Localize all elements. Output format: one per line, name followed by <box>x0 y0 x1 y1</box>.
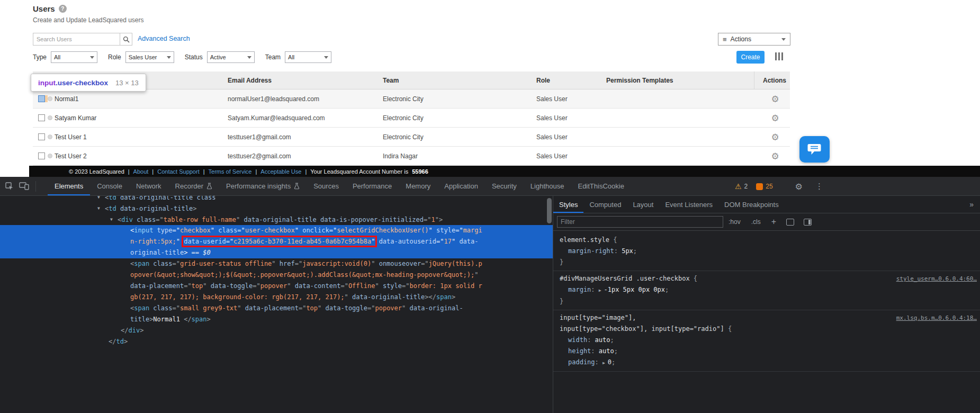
toggle-element-state-button[interactable]: :hov <box>723 218 746 226</box>
dom-node-line[interactable]: ▼<td data-original-title> <box>0 203 553 214</box>
filter-role-select[interactable]: Sales User <box>125 51 174 63</box>
devtools-tab-sources[interactable]: Sources <box>307 177 346 195</box>
user-checkbox[interactable] <box>38 95 45 102</box>
new-style-rule-icon[interactable]: + <box>766 217 781 227</box>
devtools-tab-editthiscookie[interactable]: EditThisCookie <box>571 177 631 195</box>
devtools-tabbar-tabs: ElementsConsoleNetworkRecorderPerformanc… <box>48 177 631 195</box>
user-checkbox[interactable] <box>38 114 45 121</box>
css-line[interactable]: mx.lsq.bs.m…0.6.0.4:18…input[type="image… <box>556 312 977 324</box>
chat-widget-button[interactable] <box>799 136 830 163</box>
dom-node-line[interactable]: original-title> == $0 <box>0 247 553 258</box>
css-line[interactable]: margin-right: 5px; <box>556 246 977 257</box>
devtools-tab-lighthouse[interactable]: Lighthouse <box>524 177 571 195</box>
devtools: ElementsConsoleNetworkRecorderPerformanc… <box>0 177 980 413</box>
help-icon[interactable]: ? <box>59 5 67 13</box>
screen: Users ? Create and Update LeadSquared us… <box>0 0 980 413</box>
filter-type-select[interactable]: All <box>51 51 97 63</box>
footer-link[interactable]: Terms of Service <box>209 168 252 175</box>
table-row[interactable]: Test User 1testtuser1@gmail.comElectroni… <box>33 128 790 147</box>
table-row[interactable]: Normal1normalUser1@leadsquared.comElectr… <box>33 89 790 109</box>
panel-layout-icon[interactable] <box>804 219 812 226</box>
devtools-tab-application[interactable]: Application <box>437 177 485 195</box>
experiment-flask-icon <box>206 183 212 190</box>
css-line[interactable]: } <box>556 296 977 307</box>
styles-filter-input[interactable] <box>557 216 723 228</box>
filter-team-select[interactable]: All <box>285 51 331 63</box>
dom-node-line[interactable]: <span class="grid-user-status offline" h… <box>0 258 553 270</box>
devtools-tab-security[interactable]: Security <box>485 177 524 195</box>
footer-link[interactable]: Contact Support <box>157 168 200 175</box>
dom-node-line[interactable]: </div> <box>0 325 553 336</box>
table-row[interactable]: Satyam KumarSatyam.Kumar@leadsquared.com… <box>33 109 790 128</box>
dom-node-line[interactable]: n-right:5px;" data-userid="c2195a6c-b370… <box>0 236 553 247</box>
issues-icon[interactable] <box>756 183 763 190</box>
page-title-text: Users <box>33 4 55 13</box>
search-button[interactable] <box>120 33 132 46</box>
footer-link[interactable]: About <box>133 168 149 175</box>
actions-dropdown[interactable]: ≡ Actions <box>718 33 790 46</box>
console-warnings-icon[interactable]: ⚠ <box>735 182 742 191</box>
devtools-tab-network[interactable]: Network <box>129 177 168 195</box>
filter-status-select[interactable]: Active <box>207 51 255 63</box>
css-rule: element.style {margin-right: 5px;} <box>553 234 980 271</box>
device-toolbar-icon[interactable] <box>19 182 29 190</box>
css-line[interactable]: style_userm…0.6.0.4:60…#divManageUsersGr… <box>556 273 977 284</box>
dom-node-line[interactable]: data-placement="top" data-toggle="popove… <box>0 281 553 292</box>
sidebar-tab-event-listeners[interactable]: Event Listeners <box>659 196 718 213</box>
dom-node-line[interactable]: ▼<div class="table-row full-name" data-o… <box>0 214 553 225</box>
css-line[interactable]: margin: ▶ -1px 5px 0px 0px; <box>556 284 977 296</box>
computed-styles-icon[interactable] <box>786 219 794 226</box>
sidebar-tab-computed[interactable]: Computed <box>583 196 627 213</box>
table-row[interactable]: Test User 2testtuser2@gmail.comIndira Na… <box>33 147 790 166</box>
search-input[interactable] <box>33 33 121 46</box>
create-button[interactable]: Create <box>736 51 765 64</box>
column-header-permission-templates[interactable]: Permission Templates <box>606 71 673 89</box>
css-line[interactable]: } <box>556 257 977 268</box>
filter-selected-value: All <box>54 54 60 60</box>
footer-link[interactable]: Acceptable Use <box>260 168 301 175</box>
devtools-tab-recorder[interactable]: Recorder <box>168 177 219 195</box>
column-header-role[interactable]: Role <box>536 71 550 89</box>
row-settings-gear-icon[interactable]: ⚙ <box>766 109 784 127</box>
elements-scrollbar-thumb[interactable] <box>547 198 552 223</box>
more-tabs-icon[interactable]: » <box>963 200 980 209</box>
css-line[interactable]: input[type="checkbox"], input[type="radi… <box>556 324 977 335</box>
row-settings-gear-icon[interactable]: ⚙ <box>766 89 784 108</box>
chevron-down-icon <box>324 56 328 59</box>
css-line[interactable]: width: auto; <box>556 335 977 346</box>
inspect-element-icon[interactable] <box>5 182 14 191</box>
column-chooser-icon[interactable] <box>775 52 783 60</box>
row-settings-gear-icon[interactable]: ⚙ <box>766 128 784 146</box>
dom-node-line[interactable]: ▼<td data-original-title class <box>0 196 553 203</box>
stylesheet-source-link[interactable]: mx.lsq.bs.m…0.6.0.4:18… <box>896 312 977 324</box>
dom-node-line[interactable]: title>Normal1 </span> <box>0 314 553 325</box>
sidebar-tab-layout[interactable]: Layout <box>627 196 659 213</box>
advanced-search-link[interactable]: Advanced Search <box>138 35 190 42</box>
user-team: Electronic City <box>383 128 424 146</box>
devtools-tab-elements[interactable]: Elements <box>48 177 90 195</box>
element-classes-button[interactable]: .cls <box>746 218 766 226</box>
devtools-tab-performance-insights[interactable]: Performance insights <box>219 177 307 195</box>
devtools-tab-console[interactable]: Console <box>90 177 129 195</box>
sidebar-tab-dom-breakpoints[interactable]: DOM Breakpoints <box>718 196 785 213</box>
kebab-menu-icon[interactable]: ⋮ <box>815 182 823 191</box>
user-checkbox[interactable] <box>38 152 45 159</box>
dom-node-line[interactable]: gb(217, 217, 217); background-color: rgb… <box>0 292 553 303</box>
settings-gear-icon[interactable]: ⚙ <box>795 182 803 192</box>
user-checkbox[interactable] <box>38 133 45 140</box>
dom-node-line[interactable]: <span class="small grey9-txt" data-place… <box>0 303 553 314</box>
css-line[interactable]: height: auto; <box>556 346 977 357</box>
css-line[interactable]: element.style { <box>556 235 977 246</box>
devtools-tab-performance[interactable]: Performance <box>346 177 399 195</box>
stylesheet-source-link[interactable]: style_userm…0.6.0.4:60… <box>896 273 977 284</box>
dom-node-line[interactable]: <input type="checkbox" class="user-check… <box>0 225 553 236</box>
dom-node-line[interactable]: opover(&quot;show&quot;);$(&quot;.popove… <box>0 270 553 281</box>
column-header-email[interactable]: Email Address <box>228 71 272 89</box>
column-header-team[interactable]: Team <box>383 71 399 89</box>
row-settings-gear-icon[interactable]: ⚙ <box>766 147 784 165</box>
leadsquared-users-page: Users ? Create and Update LeadSquared us… <box>0 0 980 177</box>
css-line[interactable]: padding: ▶ 0; <box>556 357 977 369</box>
sidebar-tab-styles[interactable]: Styles <box>553 196 583 213</box>
devtools-tab-memory[interactable]: Memory <box>399 177 437 195</box>
dom-node-line[interactable]: </td> <box>0 336 553 347</box>
